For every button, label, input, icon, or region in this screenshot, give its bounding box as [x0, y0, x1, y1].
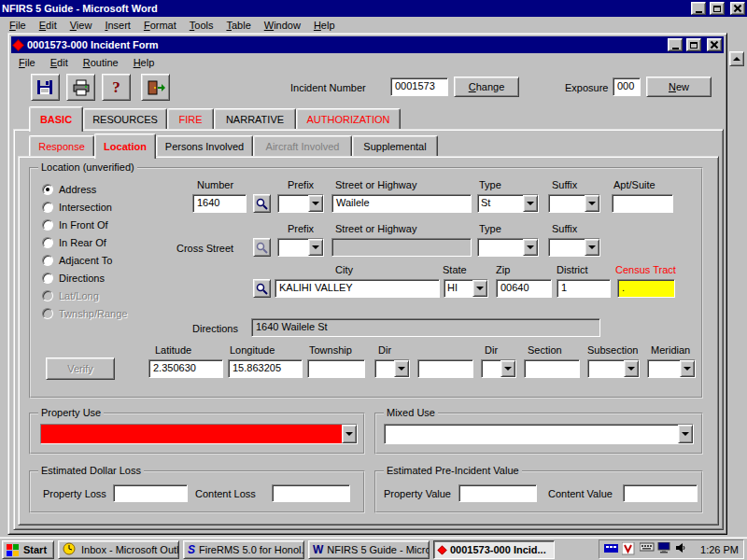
dropdown-button[interactable]: [680, 360, 695, 377]
print-button[interactable]: [66, 74, 95, 101]
census-tract-field[interactable]: .: [617, 279, 675, 298]
dropdown-button[interactable]: [308, 195, 323, 212]
street-type-select[interactable]: St: [477, 194, 539, 213]
dir-select[interactable]: [374, 359, 410, 378]
word-menu-help[interactable]: Help: [314, 20, 335, 31]
form-menu-help[interactable]: Help: [134, 57, 155, 68]
property-use-select[interactable]: [40, 424, 358, 444]
form-minimize-button[interactable]: [668, 38, 683, 51]
tab-supplemental[interactable]: Supplemental: [352, 135, 438, 156]
content-loss-field[interactable]: [272, 484, 350, 502]
antivirus-icon[interactable]: [622, 542, 637, 557]
range-field[interactable]: [417, 359, 473, 378]
tab-location[interactable]: Location: [94, 133, 156, 159]
help-button[interactable]: [102, 74, 131, 101]
dropdown-button[interactable]: [585, 195, 599, 212]
radio-selected-icon: [42, 184, 53, 195]
city-field[interactable]: KALIHI VALLEY: [275, 279, 440, 298]
property-value-label: Property Value: [384, 488, 451, 499]
word-scroll-up-button[interactable]: [729, 51, 744, 66]
modem-icon[interactable]: [604, 542, 619, 557]
meridian-select[interactable]: [647, 359, 696, 378]
township-field[interactable]: [307, 359, 365, 378]
cross-prefix-select[interactable]: [277, 238, 324, 257]
tab-basic[interactable]: BASIC: [29, 106, 83, 132]
word-close-button[interactable]: [730, 2, 745, 15]
exposure-field[interactable]: 000: [613, 77, 641, 96]
word-menu-table[interactable]: Table: [226, 20, 250, 31]
section-field[interactable]: [524, 359, 580, 378]
word-minimize-button[interactable]: [691, 2, 706, 15]
change-button[interactable]: Change: [454, 77, 519, 97]
keyboard-icon[interactable]: [640, 542, 655, 557]
city-lookup-button[interactable]: [253, 279, 271, 298]
longitude-field[interactable]: 15.863205: [228, 359, 303, 378]
dir2-select[interactable]: [481, 359, 516, 378]
word-menu-window[interactable]: Window: [264, 20, 301, 31]
form-menu-edit[interactable]: Edit: [50, 57, 68, 68]
dropdown-button[interactable]: [394, 360, 409, 377]
property-value-field[interactable]: [458, 484, 537, 502]
radio-directions[interactable]: Directions: [42, 272, 105, 285]
taskbar-button-word[interactable]: W NFIRS 5 Guide - Micro...: [308, 540, 430, 559]
dropdown-button[interactable]: [624, 360, 639, 377]
tab-resources[interactable]: RESOURCES: [83, 108, 167, 129]
word-menu-file[interactable]: File: [9, 20, 26, 31]
content-value-field[interactable]: [623, 484, 698, 502]
radio-address[interactable]: Address: [42, 183, 96, 196]
tab-response[interactable]: Response: [29, 135, 94, 156]
suffix-select[interactable]: [548, 194, 600, 213]
word-maximize-button[interactable]: [710, 2, 725, 15]
radio-in-rear-of[interactable]: In Rear Of: [42, 236, 106, 249]
tab-narrative[interactable]: NARRATIVE: [214, 108, 296, 129]
cross-type-select[interactable]: [477, 238, 539, 257]
start-button[interactable]: Start: [2, 540, 54, 559]
dropdown-button[interactable]: [523, 239, 538, 256]
word-menu-edit[interactable]: Edit: [39, 20, 57, 31]
taskbar-button-incident[interactable]: 0001573-000 Incid...: [433, 540, 555, 559]
state-select[interactable]: HI: [444, 279, 488, 298]
property-loss-field[interactable]: [113, 484, 188, 502]
district-field[interactable]: 1: [557, 279, 611, 298]
dropdown-button[interactable]: [500, 360, 515, 377]
mixed-use-select[interactable]: [384, 424, 694, 444]
taskbar-button-outlook[interactable]: Inbox - Microsoft Outlook: [58, 540, 179, 559]
dropdown-button[interactable]: [585, 239, 599, 256]
dropdown-button[interactable]: [342, 425, 357, 443]
dropdown-button[interactable]: [523, 195, 538, 212]
new-button[interactable]: New: [646, 77, 712, 97]
form-close-button[interactable]: [707, 38, 722, 51]
tab-persons-involved[interactable]: Persons Involved: [156, 135, 253, 156]
dropdown-button[interactable]: [678, 425, 693, 443]
radio-in-front-of[interactable]: In Front Of: [42, 218, 108, 231]
subsection-select[interactable]: [587, 359, 640, 378]
display-icon[interactable]: [657, 542, 672, 557]
apt-suite-field[interactable]: [612, 194, 673, 213]
tab-fire[interactable]: FIRE: [167, 108, 214, 129]
form-menu-routine[interactable]: Routine: [83, 57, 119, 68]
dropdown-button[interactable]: [308, 239, 323, 256]
word-menu-insert[interactable]: Insert: [105, 20, 131, 31]
number-field[interactable]: 1640: [192, 194, 247, 213]
prefix-select[interactable]: [277, 194, 324, 213]
taskbar-button-firerms[interactable]: S FireRMS 5.0 for Honol...: [183, 540, 304, 559]
radio-adjacent-to[interactable]: Adjacent To: [42, 254, 112, 267]
zip-field[interactable]: 00640: [496, 279, 552, 298]
save-button[interactable]: [31, 74, 60, 101]
form-menu-file[interactable]: File: [19, 57, 35, 68]
form-maximize-button[interactable]: [686, 38, 701, 51]
word-menu-format[interactable]: Format: [144, 20, 176, 31]
exit-button[interactable]: [141, 74, 170, 101]
volume-icon[interactable]: [675, 542, 690, 557]
cross-suffix-select[interactable]: [548, 238, 600, 257]
latitude-field[interactable]: 2.350630: [148, 359, 223, 378]
taskbar-button-label: Inbox - Microsoft Outlook: [81, 544, 179, 555]
word-menu-view[interactable]: View: [70, 20, 92, 31]
radio-intersection[interactable]: Intersection: [42, 201, 112, 214]
street-field[interactable]: Wailele: [331, 194, 472, 213]
incident-number-field[interactable]: 0001573: [390, 77, 448, 96]
street-lookup-button[interactable]: [253, 194, 271, 213]
tab-authorization[interactable]: AUTHORIZATION: [296, 108, 401, 129]
dropdown-button[interactable]: [472, 280, 487, 297]
word-menu-tools[interactable]: Tools: [190, 20, 214, 31]
